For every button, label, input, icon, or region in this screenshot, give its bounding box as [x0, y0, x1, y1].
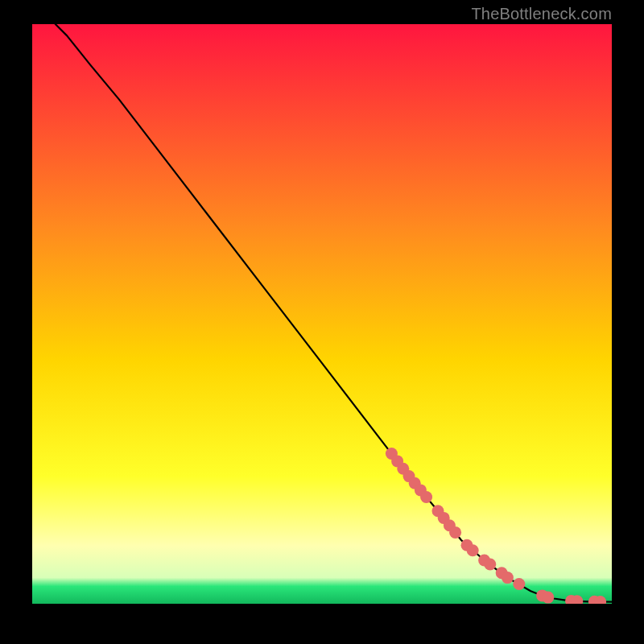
curve-marker [502, 572, 514, 584]
curve-marker [542, 592, 554, 604]
attribution-text: TheBottleneck.com [471, 5, 612, 23]
curve-marker [467, 544, 479, 556]
gradient-background [32, 24, 612, 604]
curve-marker [484, 559, 496, 571]
curve-marker [420, 491, 432, 503]
curve-marker [449, 526, 461, 539]
chart-plot [32, 24, 612, 604]
chart-frame [32, 24, 612, 604]
curve-marker [513, 578, 525, 590]
